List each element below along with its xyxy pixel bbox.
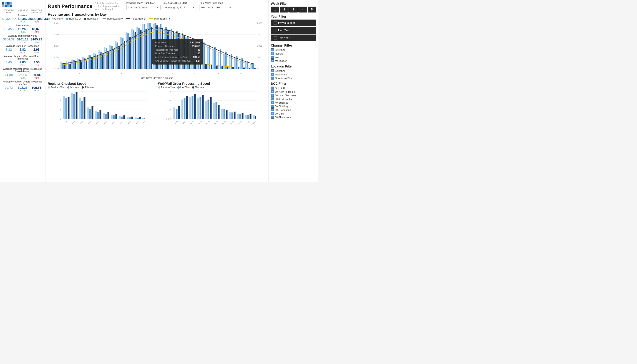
checkbox-item-2[interactable]: ✓20-Used Textbooks [271,94,316,97]
kpi-change-1-2: -2.5% [30,31,44,33]
checkbox-item-7[interactable]: ✓70-Gifts [271,112,316,115]
checkbox-item-6[interactable]: ✓60-Graduation [271,108,316,111]
kpi-group-0: Revenue$2,320,871$2,487,356$2,056,442+4.… [2,14,44,23]
checkbox-box-2[interactable]: ✓ [271,94,274,97]
checkbox-box-3[interactable]: ✓ [271,59,274,62]
dcc-filter-section: DCC Filter ✓Select All✓10-New Textbooks✓… [271,82,316,118]
svg-rect-56 [135,32,136,68]
week-button-1[interactable]: 1 [271,6,279,12]
svg-rect-15 [61,62,62,68]
svg-text:54 hrs+: 54 hrs+ [252,120,257,125]
svg-rect-210 [224,109,225,119]
chart-tooltip: Rush Date 8-17-2017 Revenue This Year $1… [152,39,203,64]
svg-text:20: 20 [239,72,242,75]
date-filter-ly: Last Year's Rush Start Mon Aug 15, 2016 … [163,2,197,10]
main-chart-container: 0.4M 0.3M 0.2M 0.1M 0.0M 2000 1500 1000 … [48,21,266,80]
checkbox-box-8[interactable]: ✓ [271,116,274,118]
svg-rect-49 [122,38,124,68]
svg-rect-64 [149,23,151,68]
checkbox-item-1[interactable]: ✓Register [271,52,316,55]
kpi-group-6: Average Web/Mail Orders Processed per Da… [2,80,44,92]
svg-rect-142 [68,97,70,119]
webmail-chart-legend: Previous YearLast YearThis Year [158,86,266,88]
date-filter-ty-select[interactable]: Mon Aug 11, 2017 ▼ [199,5,233,10]
week-button-4[interactable]: 4 [298,6,307,12]
svg-rect-30 [88,55,89,68]
kpi-group-3: Average Units per Transaction3.122.822.9… [2,45,44,54]
week-button-2[interactable]: 2 [280,6,288,12]
svg-text:30 hrs: 30 hrs [214,120,218,125]
checkbox-box-0[interactable]: ✓ [271,69,274,72]
svg-text:4 min: 4 min [96,121,99,124]
svg-rect-33 [93,53,95,68]
svg-rect-151 [92,106,94,119]
svg-rect-159 [113,116,115,119]
year-filter-btn-0[interactable]: Previous Year [271,20,316,26]
svg-rect-161 [119,116,121,119]
svg-rect-141 [66,98,67,119]
checkbox-item-0[interactable]: ✓Select All [271,69,316,72]
right-panel: Week Filter 12345 Year Filter Previous Y… [268,0,318,182]
svg-rect-169 [139,117,141,119]
week-button-5[interactable]: 5 [308,6,316,12]
svg-text:2: 2 [60,108,61,111]
date-filter-py-select[interactable]: Mon Aug 9, 2015 ▼ [126,5,161,10]
checkbox-box-2[interactable]: ✓ [271,76,274,80]
svg-rect-202 [202,95,204,119]
checkbox-item-3[interactable]: ✓30-Tradebooks [271,98,316,100]
week-filter-section: Week Filter 12345 [271,2,316,12]
svg-rect-155 [103,113,105,119]
checkbox-item-0[interactable]: ✓Select All [271,86,316,90]
svg-rect-99 [212,49,214,68]
kpi-change-4-1: -7.5% [16,64,30,66]
main-chart-area: Revenue and Transactions by Day Revenue … [48,12,266,80]
kpi-change-3-2: +0.8% [30,51,44,54]
svg-rect-59 [140,30,142,68]
checkbox-item-3[interactable]: ✓Mail Order [271,59,316,62]
checkbox-box-1[interactable]: ✓ [271,73,274,76]
kpi-value-5-2: 20.84 [30,73,44,77]
year-filter-btn-1[interactable]: Last Year [271,27,316,34]
checkbox-item-4[interactable]: ✓40-Supplies [271,101,316,104]
svg-rect-164 [127,117,129,119]
checkbox-box-1[interactable]: ✓ [271,52,274,55]
svg-text:< 1 min: < 1 min [63,120,68,125]
checkbox-box-0[interactable]: ✓ [271,48,274,51]
checkbox-item-5[interactable]: ✓50-Clothing [271,105,316,108]
kpi-change-0-1: +4.5% [16,21,30,23]
week-button-3[interactable]: 3 [289,6,298,12]
checkbox-box-3[interactable]: ✓ [271,98,274,100]
svg-rect-220 [250,114,251,119]
tooltip-units-ty: Units Sold This Year 220 [155,52,200,56]
checkbox-box-4[interactable]: ✓ [271,101,274,104]
kpi-change-2-2: +1.8% [30,41,44,44]
channel-checkbox-group: ✓Select All✓Register✓Web✓Mail Order [271,48,316,62]
kpi-value-6-0: 99.72 [2,86,16,90]
main-legend-item-1: Revenue LY [66,18,81,20]
checkbox-item-0[interactable]: ✓Select All [271,48,316,51]
svg-rect-205 [210,97,212,119]
subtitle-text: Select the start date for each rush year… [95,2,122,11]
checkbox-box-0[interactable]: ✓ [271,86,274,90]
checkbox-item-2[interactable]: ✓Downtown Store [271,76,316,80]
kpi-value-2-1: $161.13 [16,38,30,41]
svg-rect-144 [74,94,75,119]
year-filter-btn-2[interactable]: This Year [271,34,316,41]
checkout-chart-title: Register Checkout Speed [48,82,156,86]
kpi-group-5: Average Web/Mail Order Processing Speed … [2,68,44,79]
checkbox-box-1[interactable]: ✓ [271,90,274,93]
svg-text:2000: 2000 [257,22,262,24]
checkbox-item-2[interactable]: ✓Web [271,56,316,58]
date-filter-ly-select[interactable]: Mon Aug 15, 2016 ▼ [163,5,197,10]
checkbox-item-8[interactable]: ✓80-Electronics [271,116,316,118]
svg-rect-209 [221,108,223,119]
checkbox-item-1[interactable]: ✓Main Store [271,73,316,76]
checkbox-item-1[interactable]: ✓10-New Textbooks [271,90,316,93]
dcc-checkbox-group: ✓Select All✓10-New Textbooks✓20-Used Tex… [271,86,316,118]
svg-text:42 hrs: 42 hrs [229,120,234,125]
checkbox-box-5[interactable]: ✓ [271,105,274,108]
checkbox-box-6[interactable]: ✓ [271,108,274,111]
checkbox-box-2[interactable]: ✓ [271,56,274,58]
checkbox-box-7[interactable]: ✓ [271,112,274,115]
svg-rect-51 [126,32,127,68]
